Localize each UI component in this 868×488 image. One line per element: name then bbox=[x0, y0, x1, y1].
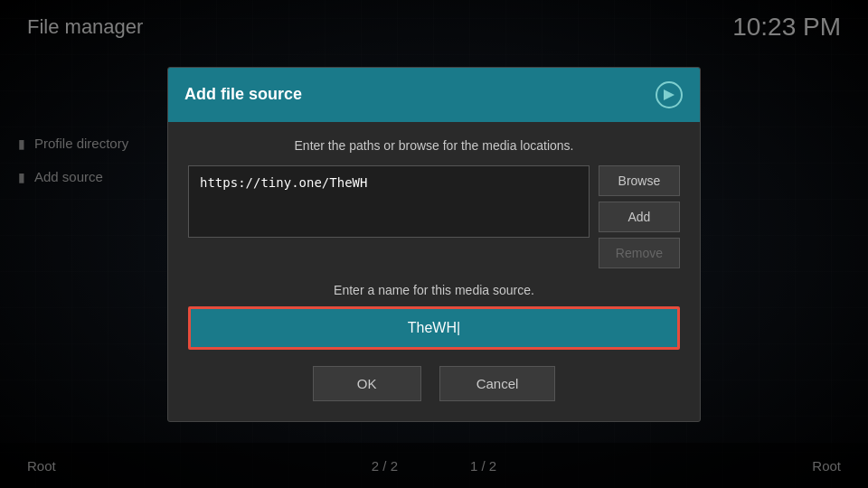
name-input[interactable] bbox=[191, 309, 677, 347]
add-file-source-dialog: Add file source Enter the paths or brows… bbox=[167, 67, 701, 422]
path-buttons: Browse Add Remove bbox=[599, 165, 680, 268]
dialog-header: Add file source bbox=[168, 68, 700, 122]
dialog-title: Add file source bbox=[184, 85, 302, 104]
remove-button: Remove bbox=[599, 238, 680, 268]
svg-marker-1 bbox=[664, 89, 675, 100]
path-row: Browse Add Remove bbox=[188, 165, 680, 268]
name-input-wrapper bbox=[188, 306, 680, 350]
path-textarea[interactable] bbox=[188, 165, 590, 238]
modal-overlay: Add file source Enter the paths or brows… bbox=[0, 0, 868, 488]
add-button[interactable]: Add bbox=[599, 202, 680, 232]
path-instruction: Enter the paths or browse for the media … bbox=[188, 138, 680, 153]
cancel-button[interactable]: Cancel bbox=[439, 366, 556, 401]
dialog-body: Enter the paths or browse for the media … bbox=[168, 122, 700, 421]
ok-button[interactable]: OK bbox=[313, 366, 421, 401]
browse-button[interactable]: Browse bbox=[599, 165, 680, 196]
kodi-logo-icon bbox=[655, 80, 684, 109]
action-buttons: OK Cancel bbox=[188, 366, 680, 401]
name-instruction: Enter a name for this media source. bbox=[188, 283, 680, 297]
